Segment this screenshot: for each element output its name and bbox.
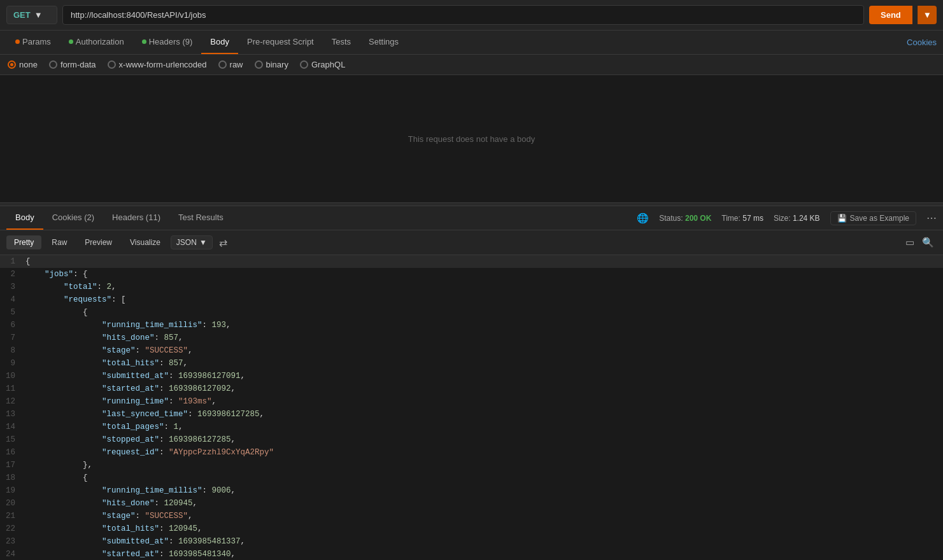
tab-pre-request-label: Pre-request Script	[247, 37, 314, 46]
cookies-link[interactable]: Cookies	[907, 31, 937, 53]
code-line-21: 21 "stage": "SUCCESS",	[0, 510, 943, 522]
tab-authorization-label: Authorization	[76, 37, 124, 46]
line-number: 10	[0, 370, 25, 382]
line-content: {	[25, 306, 943, 319]
method-text: GET	[13, 10, 31, 20]
line-content: "submitted_at": 1693985481337,	[25, 535, 943, 548]
send-dropdown-button[interactable]: ▼	[918, 6, 937, 24]
line-content: "total": 2,	[25, 281, 943, 293]
resp-tab-cookies[interactable]: Cookies (2)	[43, 206, 103, 230]
line-number: 4	[0, 293, 25, 306]
url-input[interactable]	[62, 5, 864, 25]
format-preview-button[interactable]: Preview	[77, 235, 120, 249]
search-icon[interactable]: 🔍	[919, 234, 937, 251]
tab-tests-label: Tests	[332, 37, 351, 46]
radio-urlencoded-dot	[108, 60, 116, 69]
body-type-graphql[interactable]: GraphQL	[300, 60, 345, 69]
line-number: 2	[0, 268, 25, 281]
line-content: "started_at": 1693985481340,	[25, 548, 943, 560]
tab-headers[interactable]: Headers (9)	[133, 31, 202, 54]
tab-body[interactable]: Body	[201, 31, 238, 54]
headers-dot	[142, 39, 146, 44]
line-number: 14	[0, 421, 25, 433]
more-options-icon[interactable]: ⋯	[926, 212, 937, 224]
code-line-18: 18 {	[0, 472, 943, 484]
line-number: 3	[0, 281, 25, 293]
format-visualize-button[interactable]: Visualize	[122, 235, 168, 249]
code-line-9: 9 "total_hits": 857,	[0, 357, 943, 370]
code-line-15: 15 "stopped_at": 1693986127285,	[0, 433, 943, 446]
code-line-4: 4 "requests": [	[0, 293, 943, 306]
line-number: 21	[0, 510, 25, 522]
body-type-binary[interactable]: binary	[255, 60, 288, 69]
response-code-area[interactable]: 1{2 "jobs": {3 "total": 2,4 "requests": …	[0, 255, 943, 560]
tab-params[interactable]: Params	[6, 31, 60, 54]
line-number: 5	[0, 306, 25, 319]
tab-authorization[interactable]: Authorization	[60, 31, 133, 54]
format-pretty-button[interactable]: Pretty	[6, 235, 41, 249]
authorization-dot	[69, 39, 73, 44]
resp-tab-test-results[interactable]: Test Results	[169, 206, 232, 230]
line-content: "stage": "SUCCESS",	[25, 510, 943, 522]
line-number: 22	[0, 522, 25, 535]
json-label: JSON	[176, 238, 197, 247]
body-empty-area: This request does not have a body	[0, 75, 943, 202]
copy-icon[interactable]: ▭	[903, 234, 917, 251]
tab-settings-label: Settings	[369, 37, 399, 46]
line-content: "total_hits": 857,	[25, 357, 943, 370]
tab-pre-request[interactable]: Pre-request Script	[238, 31, 323, 54]
line-content: "last_synced_time": 1693986127285,	[25, 408, 943, 421]
line-number: 15	[0, 433, 25, 446]
send-button[interactable]: Send	[869, 6, 912, 24]
format-wrap-icon[interactable]: ⇄	[219, 237, 227, 249]
code-line-6: 6 "running_time_millis": 193,	[0, 319, 943, 332]
tab-tests[interactable]: Tests	[323, 31, 360, 54]
line-number: 12	[0, 395, 25, 408]
body-type-form-data[interactable]: form-data	[49, 60, 96, 69]
tab-headers-label: Headers (9)	[149, 37, 193, 46]
save-as-example-button[interactable]: 💾 Save as Example	[830, 211, 916, 225]
line-number: 23	[0, 535, 25, 548]
empty-body-text: This request does not have a body	[408, 134, 535, 144]
json-chevron-icon: ▼	[199, 238, 207, 247]
response-status: 🌐 Status: 200 OK Time: 57 ms Size: 1.24 …	[637, 211, 937, 225]
method-chevron-icon: ▼	[34, 10, 43, 20]
url-bar: GET ▼ Send ▼	[0, 0, 943, 31]
response-tabs-bar: Body Cookies (2) Headers (11) Test Resul…	[0, 206, 943, 230]
resp-tab-body[interactable]: Body	[6, 206, 43, 230]
line-number: 7	[0, 332, 25, 344]
code-line-8: 8 "stage": "SUCCESS",	[0, 344, 943, 357]
line-content: "started_at": 1693986127092,	[25, 382, 943, 395]
body-type-raw[interactable]: raw	[218, 60, 243, 69]
line-content: {	[25, 472, 943, 484]
line-number: 8	[0, 344, 25, 357]
line-content: "running_time_millis": 9006,	[25, 484, 943, 497]
resp-tab-headers-label: Headers (11)	[112, 213, 160, 222]
code-line-12: 12 "running_time": "193ms",	[0, 395, 943, 408]
format-raw-button[interactable]: Raw	[44, 235, 74, 249]
body-type-none[interactable]: none	[8, 60, 38, 69]
body-type-urlencoded[interactable]: x-www-form-urlencoded	[108, 60, 207, 69]
line-content: "hits_done": 857,	[25, 332, 943, 344]
code-line-16: 16 "request_id": "AYppcPzzhl9CxYqA2Rpy"	[0, 446, 943, 459]
response-time: 57 ms	[742, 214, 763, 223]
tab-settings[interactable]: Settings	[360, 31, 408, 54]
line-number: 24	[0, 548, 25, 560]
method-selector[interactable]: GET ▼	[6, 6, 57, 24]
line-number: 19	[0, 484, 25, 497]
tab-params-label: Params	[22, 37, 51, 46]
save-icon: 💾	[837, 214, 847, 223]
globe-icon: 🌐	[637, 213, 649, 224]
code-line-11: 11 "started_at": 1693986127092,	[0, 382, 943, 395]
json-format-selector[interactable]: JSON ▼	[171, 235, 213, 249]
resp-tab-body-label: Body	[15, 213, 34, 222]
response-size: 1.24 KB	[793, 214, 820, 223]
code-line-24: 24 "started_at": 1693985481340,	[0, 548, 943, 560]
resp-tab-headers[interactable]: Headers (11)	[103, 206, 169, 230]
resp-tab-cookies-label: Cookies (2)	[52, 213, 94, 222]
code-line-14: 14 "total_pages": 1,	[0, 421, 943, 433]
time-label: Time: 57 ms	[721, 214, 763, 223]
code-line-1: 1{	[0, 255, 943, 268]
code-line-22: 22 "total_hits": 120945,	[0, 522, 943, 535]
radio-formdata-label: form-data	[60, 60, 96, 69]
